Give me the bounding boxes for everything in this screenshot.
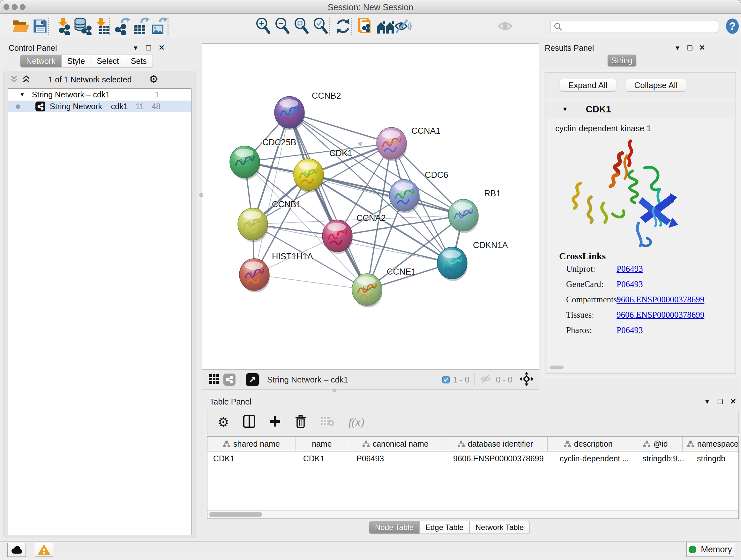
detach-view-icon[interactable] [246, 373, 259, 386]
table-panel-float-icon[interactable]: ❑ [718, 398, 723, 405]
splitter-handle[interactable] [333, 388, 336, 392]
string-results-container: Expand All Collapse All ▼ CDK1 cyclin-de… [543, 70, 738, 377]
network-node-HIST1H1A[interactable] [239, 259, 270, 293]
column-header[interactable]: namespace [683, 437, 738, 451]
crosslink-link[interactable]: P06493 [616, 264, 643, 274]
column-header[interactable]: canonical name [348, 437, 443, 451]
crosslink-link[interactable]: P06493 [616, 279, 643, 289]
apply-preferred-layout-icon[interactable] [335, 18, 351, 34]
scrollbar-thumb[interactable] [209, 512, 262, 517]
network-node-CCNA2[interactable] [322, 220, 353, 254]
results-panel-close-icon[interactable]: ✕ [699, 44, 705, 51]
network-node-CDC6[interactable] [389, 179, 420, 213]
export-table-icon[interactable] [132, 17, 150, 35]
cell-shared-name: CDK1 [207, 454, 297, 463]
open-session-icon[interactable] [12, 19, 30, 34]
selected-nodes-checkbox[interactable] [442, 376, 450, 383]
zoom-fit-content-icon[interactable] [294, 18, 310, 35]
tab-style[interactable]: Style [62, 55, 91, 67]
add-column-icon[interactable] [269, 416, 281, 428]
tab-select[interactable]: Select [91, 55, 125, 67]
zoom-out-icon[interactable] [275, 18, 291, 35]
table-panel-menu-icon[interactable]: ▼ [704, 398, 711, 405]
column-header[interactable]: database identifier [443, 437, 548, 451]
tab-edge-table[interactable]: Edge Table [420, 521, 470, 534]
network-node-CCNB2[interactable] [274, 97, 305, 130]
pan-crosshair-icon[interactable] [520, 372, 534, 387]
tab-network-table[interactable]: Network Table [470, 521, 530, 534]
table-row[interactable]: CDK1 CDK1 P06493 9606.ENSP00000378699 cy… [207, 451, 738, 465]
show-columns-icon[interactable] [243, 415, 255, 429]
network-canvas[interactable]: CCNB2CCNA1CDC25BCDK1CDC6RB1CCNB1CCNA2CDK… [202, 44, 539, 370]
tab-sets[interactable]: Sets [125, 55, 153, 67]
crosslink-label: Tissues: [566, 310, 616, 320]
results-panel-float-icon[interactable]: ❑ [687, 45, 693, 51]
results-panel-title: Results Panel [545, 44, 594, 53]
network-node-CDKN1A[interactable] [437, 247, 468, 281]
crosslink-link[interactable]: 9606.ENSP00000378699 [616, 310, 704, 320]
help-icon[interactable]: ? [725, 18, 739, 34]
hide-selected-icon[interactable] [394, 18, 412, 35]
splitter-handle[interactable] [358, 142, 362, 145]
control-panel-float-icon[interactable]: ❑ [146, 45, 151, 51]
cloud-button[interactable] [7, 543, 26, 557]
show-all-icon[interactable] [497, 19, 514, 33]
tab-node-table[interactable]: Node Table [369, 521, 420, 534]
network-node-CDK1[interactable] [293, 159, 324, 192]
table-options-gear-icon[interactable]: ⚙ [218, 416, 229, 428]
import-table-from-file-icon[interactable] [93, 17, 110, 35]
import-network-from-database-icon[interactable] [73, 17, 91, 35]
tree-expand-icon[interactable]: ▼ [19, 91, 25, 98]
column-header[interactable]: @id [629, 437, 683, 451]
delete-column-icon[interactable] [295, 415, 307, 429]
network-collection-label: String Network – cdk1 [32, 90, 110, 99]
results-scrollbar-thumb[interactable] [549, 366, 563, 369]
network-view-toolbar: String Network – cdk1 1 - 0 0 - 0 [202, 370, 539, 389]
crosslink-link[interactable]: P06493 [616, 325, 643, 335]
hidden-eye-icon [480, 374, 493, 386]
entry-collapse-icon[interactable]: ▼ [562, 106, 568, 113]
results-panel-menu-icon[interactable]: ▼ [674, 45, 681, 51]
graphics-details-icon[interactable] [209, 374, 219, 385]
network-edge[interactable] [337, 236, 452, 263]
network-tree-child-row[interactable]: String Network – cdk1 11 48 [8, 101, 191, 112]
network-node-CCNA1[interactable] [377, 127, 407, 161]
hidden-counts: 0 - 0 [496, 375, 513, 385]
collapse-all-button[interactable]: Collapse All [626, 79, 686, 91]
network-edge[interactable] [289, 112, 392, 143]
table-horizontal-scrollbar[interactable] [207, 510, 738, 518]
cell-description: cyclin-dependent ... [554, 454, 636, 463]
first-neighbors-icon[interactable] [376, 18, 395, 34]
crosslink-link[interactable]: 9606.ENSP00000378699 [616, 295, 704, 305]
cell-database-identifier: 9606.ENSP00000378699 [448, 454, 554, 463]
zoom-in-icon[interactable] [256, 18, 272, 35]
network-node-RB1[interactable] [448, 199, 479, 233]
table-panel-close-icon[interactable]: ✕ [730, 398, 736, 405]
search-input[interactable] [550, 20, 718, 33]
network-options-gear-icon[interactable]: ⚙ [149, 74, 158, 84]
control-panel-close-icon[interactable]: ✕ [158, 44, 165, 51]
column-header[interactable]: description [548, 437, 629, 451]
new-network-from-selection-icon[interactable] [358, 17, 374, 35]
network-tree-root-row[interactable]: ▼ String Network – cdk1 1 [8, 89, 191, 101]
network-node-CCNB1[interactable] [238, 208, 268, 242]
tab-string[interactable]: String [608, 55, 636, 66]
export-network-icon[interactable] [114, 17, 132, 35]
warning-button[interactable] [35, 543, 53, 557]
export-image-icon[interactable] [150, 17, 168, 35]
expand-all-button[interactable]: Expand All [560, 79, 616, 91]
zoom-selected-icon[interactable] [313, 18, 329, 35]
column-header[interactable]: shared name [207, 437, 296, 451]
network-edge[interactable] [254, 274, 367, 290]
network-node-CDC25B[interactable] [230, 146, 260, 180]
import-network-from-file-icon[interactable] [54, 17, 72, 35]
control-panel-menu-icon[interactable]: ▼ [132, 45, 139, 51]
protein-structure-image [561, 137, 685, 247]
network-node-CCNE1[interactable] [352, 273, 382, 307]
memory-button[interactable]: Memory [686, 542, 734, 557]
tab-network[interactable]: Network [20, 55, 62, 67]
column-header[interactable]: name [296, 437, 348, 451]
save-session-icon[interactable] [33, 19, 48, 34]
network-overview-icon[interactable] [223, 374, 235, 386]
splitter-handle[interactable] [199, 193, 203, 197]
